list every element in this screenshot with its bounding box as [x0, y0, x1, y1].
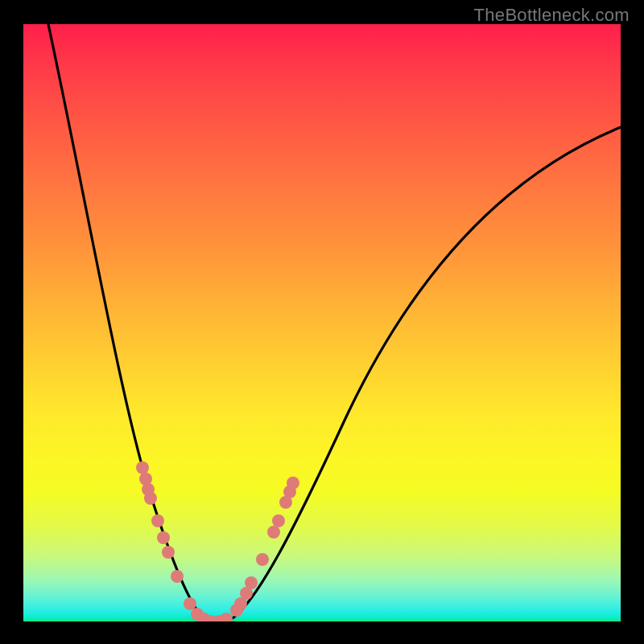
data-marker [245, 576, 258, 589]
watermark-text: TheBottleneck.com [474, 5, 630, 26]
data-marker [267, 526, 280, 539]
plot-area [23, 24, 621, 621]
chart-frame: TheBottleneck.com [0, 0, 644, 644]
data-marker [157, 531, 170, 544]
data-marker [272, 514, 285, 527]
data-marker [136, 461, 149, 474]
data-marker [151, 514, 164, 527]
data-marker [171, 570, 184, 583]
data-marker [162, 546, 175, 559]
data-marker [256, 553, 269, 566]
data-marker [144, 492, 157, 505]
data-marker [184, 597, 196, 610]
data-marker [220, 613, 233, 621]
data-marker [287, 477, 299, 489]
bottleneck-curve [48, 24, 621, 621]
chart-svg [23, 24, 621, 621]
marker-group [136, 461, 299, 621]
